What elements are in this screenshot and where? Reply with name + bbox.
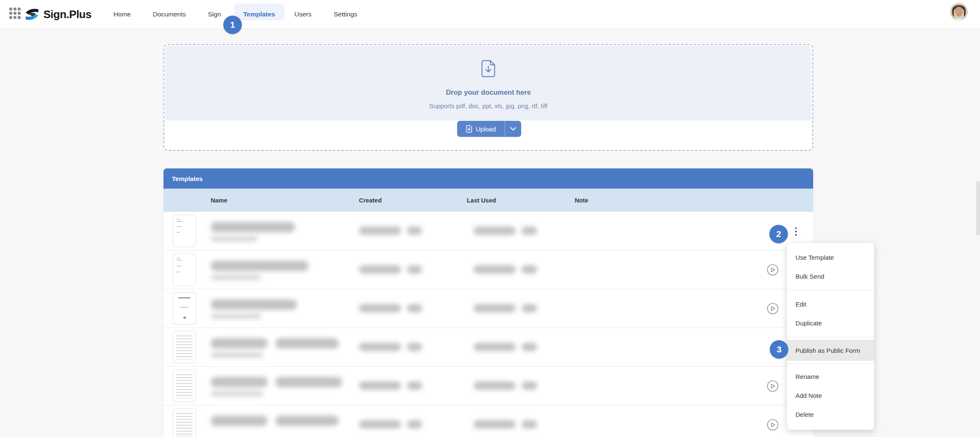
row-context-menu: Use Template Bulk Send Edit Duplicate Pu… [787,243,874,430]
template-subtitle-redacted [211,314,261,319]
user-avatar[interactable] [950,3,968,21]
upload-button-label: Upload [476,125,496,133]
annotation-badge-2: 2 [769,225,788,243]
nav-item-documents[interactable]: Documents [153,0,186,29]
menu-item-add-note[interactable]: Add Note [787,386,874,405]
template-subtitle-redacted [211,352,263,357]
app-launcher-icon[interactable] [9,8,21,19]
column-header-created: Created [359,189,382,212]
created-time-redacted [407,304,422,312]
menu-item-publish-as-public-form[interactable]: Publish as Public Form [787,340,874,361]
last-used-time-redacted [522,304,537,312]
template-name-redacted [211,261,308,271]
table-header-row: Name Created Last Used Note [163,189,813,212]
created-date-redacted [359,304,401,312]
template-thumbnail [173,370,196,402]
last-used-time-redacted [522,420,537,429]
column-header-last-used: Last Used [467,189,496,212]
row-more-options-button[interactable] [793,227,799,236]
template-name-redacted [211,338,268,349]
page-scrollbar-thumb[interactable] [976,181,980,236]
template-thumbnail [173,215,196,247]
template-name-redacted [211,299,297,310]
nav-item-templates[interactable]: Templates [243,0,275,29]
menu-item-bulk-send[interactable]: Bulk Send [787,267,874,286]
last-used-date-redacted [474,420,516,429]
created-date-redacted [359,265,401,274]
template-subtitle-redacted [211,391,263,396]
template-name-redacted [211,416,268,426]
last-used-date-redacted [474,226,516,235]
nav-item-home[interactable]: Home [113,0,131,29]
template-name-redacted [211,377,268,387]
last-used-date-redacted [474,265,516,274]
last-used-date-redacted [474,343,516,351]
table-row[interactable] [163,405,813,437]
upload-options-button[interactable] [505,121,521,137]
brand-name: Sign.Plus [43,8,91,21]
document-dropzone[interactable]: Drop your document here Supports pdf, do… [163,44,813,151]
created-time-redacted [407,343,422,351]
column-header-note: Note [575,189,588,212]
menu-item-edit[interactable]: Edit [787,295,874,314]
chevron-down-icon [510,127,516,131]
created-date-redacted [359,343,401,351]
upload-split-button: Upload [457,121,521,137]
use-template-play-button[interactable] [767,264,779,276]
dropzone-supported-formats: Supports pdf, doc, ppt, xls, jpg, png, r… [164,102,812,109]
top-navbar: Sign.Plus Home Documents Sign Templates … [0,0,980,29]
menu-item-delete[interactable]: Delete [787,405,874,424]
column-header-name: Name [211,189,228,212]
template-name-redacted [276,338,339,349]
template-thumbnail [173,331,196,363]
menu-item-use-template[interactable]: Use Template [787,248,874,267]
template-name-redacted [276,377,342,387]
template-subtitle-redacted [211,275,260,280]
last-used-time-redacted [522,343,537,351]
created-time-redacted [407,265,422,274]
last-used-time-redacted [522,226,537,235]
templates-panel: Templates Name Created Last Used Note [163,168,813,437]
created-time-redacted [407,226,422,235]
panel-title: Templates [163,168,813,189]
template-thumbnail [173,408,196,437]
template-subtitle-redacted [211,236,258,241]
created-time-redacted [407,420,422,429]
nav-item-settings[interactable]: Settings [334,0,357,29]
table-row[interactable] [163,289,813,328]
template-thumbnail [173,292,196,325]
nav-item-sign[interactable]: Sign [208,0,221,29]
created-date-redacted [359,381,401,390]
template-name-redacted [276,416,339,426]
menu-item-rename[interactable]: Rename [787,367,874,386]
table-row[interactable] [163,250,813,289]
annotation-badge-1: 1 [223,16,242,34]
use-template-play-button[interactable] [767,380,779,392]
document-download-icon [480,59,496,78]
upload-button[interactable]: Upload [457,121,505,137]
last-used-date-redacted [474,304,516,312]
table-row[interactable] [163,212,813,250]
table-row[interactable] [163,328,813,367]
created-date-redacted [359,226,401,235]
last-used-time-redacted [522,265,537,274]
nav-item-users[interactable]: Users [295,0,311,29]
last-used-date-redacted [474,381,516,390]
table-row[interactable] [163,367,813,405]
upload-file-icon [466,125,472,133]
created-time-redacted [407,381,422,390]
last-used-time-redacted [522,381,537,390]
template-thumbnail [173,253,196,286]
use-template-play-button[interactable] [767,303,779,314]
dropzone-title: Drop your document here [164,88,812,96]
use-template-play-button[interactable] [767,419,779,431]
menu-item-duplicate[interactable]: Duplicate [787,314,874,333]
template-name-redacted [211,222,295,232]
created-date-redacted [359,420,401,429]
brand-logo[interactable]: Sign.Plus [24,0,91,29]
brand-logo-icon [24,7,40,21]
annotation-badge-3: 3 [770,340,788,359]
